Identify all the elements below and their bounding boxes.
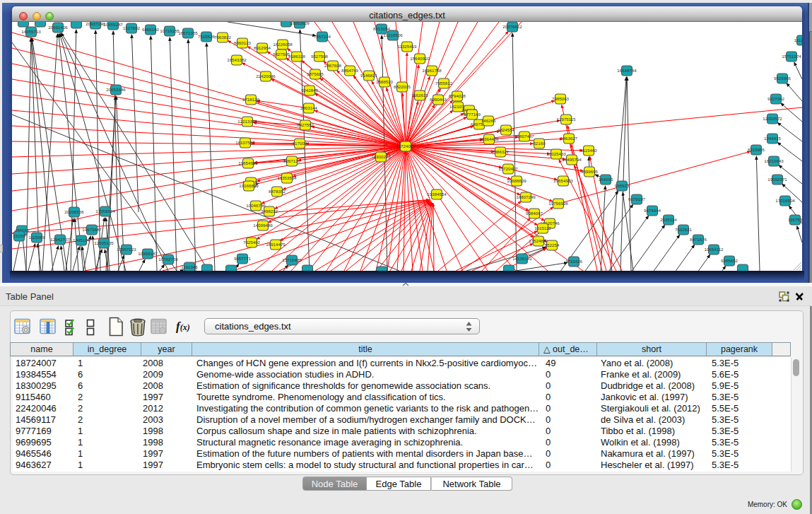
svg-text:10046786: 10046786 [246,203,266,208]
svg-text:7625402: 7625402 [243,240,261,245]
svg-text:9245652: 9245652 [721,258,739,263]
svg-text:164095: 164095 [599,177,613,182]
svg-text:1345194: 1345194 [73,238,90,243]
svg-text:9463627: 9463627 [560,136,578,141]
svg-text:20876812: 20876812 [502,24,522,29]
svg-text:2803144: 2803144 [300,105,318,110]
svg-text:20053346: 20053346 [106,87,126,92]
svg-text:1244415: 1244415 [764,136,782,141]
svg-text:2867608: 2867608 [324,63,342,68]
svg-text:1162615: 1162615 [411,93,428,98]
svg-text:9827505: 9827505 [273,52,290,57]
svg-text:10655287: 10655287 [103,22,123,27]
svg-text:20937190: 20937190 [86,22,105,26]
svg-text:19384554: 19384554 [427,192,447,197]
svg-text:8822035: 8822035 [394,84,411,89]
svg-text:8471676: 8471676 [690,237,707,242]
svg-text:12213369: 12213369 [237,119,257,124]
svg-text:20691406: 20691406 [48,25,68,30]
svg-text:16210643: 16210643 [764,158,784,163]
svg-text:9857771: 9857771 [234,256,252,261]
svg-text:19975887: 19975887 [82,227,102,232]
svg-text:9699695: 9699695 [581,169,599,174]
svg-text:3875685: 3875685 [307,71,324,76]
svg-text:17359924: 17359924 [95,209,115,214]
svg-text:15720407: 15720407 [498,166,518,171]
svg-text:12975115: 12975115 [556,117,576,122]
svg-text:14136141: 14136141 [512,256,532,261]
svg-text:18107552: 18107552 [235,140,255,145]
svg-text:12093572: 12093572 [763,116,782,121]
svg-text:15751074: 15751074 [782,54,801,59]
svg-text:19654923: 19654923 [553,178,573,183]
svg-text:8186328: 8186328 [288,54,306,59]
svg-text:9227342: 9227342 [767,96,785,101]
svg-text:938923: 938923 [615,183,630,188]
svg-text:8215955: 8215955 [748,147,765,152]
svg-text:9527508: 9527508 [311,54,329,59]
svg-text:9529966: 9529966 [774,76,792,81]
svg-text:7886322: 7886322 [492,149,510,154]
svg-text:8454749: 8454749 [341,68,359,73]
svg-text:3498222: 3498222 [261,209,278,214]
svg-text:8427552: 8427552 [297,122,314,127]
svg-text:10654112: 10654112 [704,247,724,252]
svg-text:3824554: 3824554 [498,127,515,132]
svg-text:19654923: 19654923 [238,160,258,165]
svg-text:9777169: 9777169 [464,112,481,117]
svg-text:14055713: 14055713 [21,29,41,34]
svg-text:8813054: 8813054 [373,26,391,31]
svg-text:18724007: 18724007 [396,144,416,148]
svg-text:17957223: 17957223 [117,247,136,252]
svg-text:20364436: 20364436 [479,136,499,141]
svg-text:15640910: 15640910 [410,56,430,61]
svg-text:11353594: 11353594 [277,175,297,180]
svg-text:18807249: 18807249 [516,194,536,199]
svg-text:22420046: 22420046 [256,74,276,78]
svg-text:15716485: 15716485 [282,257,302,262]
svg-text:8912954: 8912954 [254,45,271,50]
svg-text:16053809: 16053809 [290,22,310,25]
svg-text:6679197: 6679197 [628,197,646,201]
svg-text:10688609: 10688609 [507,178,526,183]
svg-text:19692971: 19692971 [767,177,787,182]
svg-text:10025433: 10025433 [546,151,566,156]
svg-text:62160: 62160 [533,141,546,146]
svg-text:1115689: 1115689 [28,235,45,240]
svg-text:17016504: 17016504 [775,198,795,203]
svg-text:1615112: 1615112 [534,226,551,230]
svg-text:19166829: 19166829 [239,183,259,188]
svg-text:7857224: 7857224 [314,34,331,39]
svg-text:8990443: 8990443 [430,97,447,102]
svg-text:746266: 746266 [481,118,496,123]
svg-text:9242846: 9242846 [301,88,319,93]
svg-text:16782759: 16782759 [158,257,178,262]
svg-text:817004: 817004 [293,141,307,146]
svg-text:9146821: 9146821 [360,73,378,78]
svg-text:16495794: 16495794 [562,157,582,162]
svg-text:10958187: 10958187 [138,251,158,256]
svg-text:10807487: 10807487 [514,134,534,139]
svg-text:252254: 252254 [545,243,560,247]
svg-text:7632621: 7632621 [675,227,693,232]
svg-text:12505135: 12505135 [94,240,114,245]
svg-text:2935114: 2935114 [660,217,677,222]
svg-text:11325419: 11325419 [397,44,417,49]
svg-text:8660123: 8660123 [234,40,252,45]
svg-text:1733426: 1733426 [565,259,583,264]
svg-text:9084067: 9084067 [526,211,543,216]
svg-text:16671355: 16671355 [178,30,198,35]
svg-text:18300273: 18300273 [371,154,391,159]
svg-text:7955812: 7955812 [435,81,453,86]
svg-text:7515526: 7515526 [198,34,216,39]
svg-text:16961758: 16961758 [422,68,442,73]
svg-text:14099489: 14099489 [253,223,273,228]
svg-text:12942737: 12942737 [50,237,70,242]
svg-text:10719155: 10719155 [160,28,180,33]
svg-text:116753: 116753 [788,217,802,222]
svg-text:18226058: 18226058 [273,42,293,47]
svg-text:6466160: 6466160 [142,27,160,32]
svg-text:19756928: 19756928 [548,201,568,206]
svg-text:1527602: 1527602 [123,25,141,30]
svg-text:9474444: 9474444 [644,208,661,213]
